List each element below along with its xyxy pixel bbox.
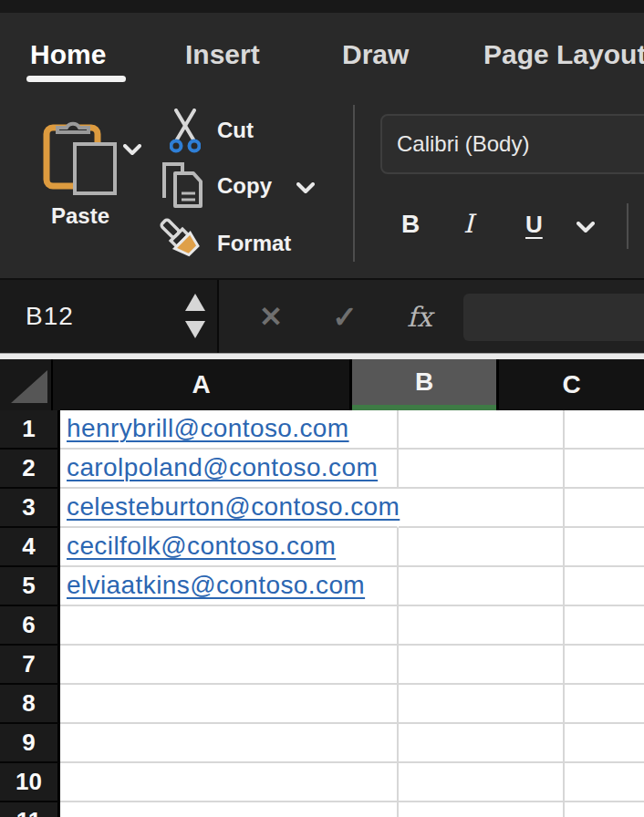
tab-page-layout[interactable]: Page Layout <box>483 36 644 73</box>
cell-b10[interactable] <box>399 763 565 802</box>
cell-a5[interactable]: elviaatkins@contoso.com <box>60 567 399 606</box>
insert-function-icon[interactable]: fx <box>392 280 447 353</box>
worksheet-grid: 1 henrybrill@contoso.com 2 carolpoland@c… <box>0 410 644 817</box>
copy-label: Copy <box>217 173 272 199</box>
column-header-row: A B C <box>0 359 644 410</box>
cell-c1[interactable] <box>565 410 644 450</box>
excel-window: Home Insert Draw Page Layout Paste <box>0 0 644 817</box>
copy-dropdown-chevron-icon[interactable] <box>296 182 315 194</box>
paste-label: Paste <box>51 203 109 229</box>
column-header-c[interactable]: C <box>499 359 644 410</box>
cell-a9[interactable] <box>60 724 399 763</box>
font-name-value: Calibri (Body) <box>397 131 529 157</box>
grid-row-8: 8 <box>0 685 644 724</box>
cell-b8[interactable] <box>399 685 565 724</box>
grid-row-2: 2 carolpoland@contoso.com <box>0 450 644 489</box>
name-box-stepper[interactable] <box>185 280 207 353</box>
grid-row-7: 7 <box>0 646 644 685</box>
enter-check-icon[interactable]: ✓ <box>319 280 370 353</box>
cell-a4[interactable]: cecilfolk@contoso.com <box>60 528 399 567</box>
cell-c4[interactable] <box>565 528 644 567</box>
cell-a6[interactable] <box>60 606 399 646</box>
email-link[interactable]: cecilfolk@contoso.com <box>60 532 336 565</box>
cell-c11[interactable] <box>565 802 644 817</box>
cell-a8[interactable] <box>60 685 399 724</box>
cell-a11[interactable] <box>60 802 399 817</box>
email-link[interactable]: henrybrill@contoso.com <box>60 414 349 448</box>
copy-button[interactable] <box>161 161 204 209</box>
row-header-6[interactable]: 6 <box>0 606 60 646</box>
scissors-icon <box>170 109 201 154</box>
underline-dropdown-chevron-icon[interactable] <box>576 222 595 233</box>
row-header-4[interactable]: 4 <box>0 528 60 567</box>
ribbon-tab-bar: Home Insert Draw Page Layout <box>0 13 644 94</box>
row-header-8[interactable]: 8 <box>0 685 60 724</box>
cut-button[interactable] <box>170 109 201 154</box>
cell-c7[interactable] <box>565 646 644 685</box>
window-titlebar <box>0 0 644 13</box>
select-all-corner[interactable] <box>0 359 51 410</box>
grid-row-11: 11 <box>0 802 644 817</box>
row-header-5[interactable]: 5 <box>0 567 60 606</box>
email-link[interactable]: carolpoland@contoso.com <box>60 453 378 487</box>
grid-row-4: 4 cecilfolk@contoso.com <box>0 528 644 567</box>
format-painter-label: Format <box>217 231 291 256</box>
row-header-11[interactable]: 11 <box>0 802 60 817</box>
cell-a1[interactable]: henrybrill@contoso.com <box>60 410 399 450</box>
paste-dropdown-chevron-icon[interactable] <box>123 144 141 156</box>
tab-insert[interactable]: Insert <box>185 36 260 73</box>
grid-row-1: 1 henrybrill@contoso.com <box>0 410 644 450</box>
formula-input[interactable] <box>463 294 644 341</box>
ribbon-group-divider <box>627 203 628 249</box>
cancel-icon[interactable]: ✕ <box>248 280 294 353</box>
row-header-3[interactable]: 3 <box>0 489 60 528</box>
grid-row-6: 6 <box>0 606 644 646</box>
cell-b9[interactable] <box>399 724 565 763</box>
cell-b7[interactable] <box>399 646 565 685</box>
cell-c3[interactable] <box>565 489 644 528</box>
grid-row-5: 5 elviaatkins@contoso.com <box>0 567 644 606</box>
cell-c10[interactable] <box>565 763 644 802</box>
cell-c2[interactable] <box>565 450 644 489</box>
row-header-2[interactable]: 2 <box>0 450 60 489</box>
column-header-b-selected[interactable]: B <box>352 359 497 410</box>
cell-b6[interactable] <box>399 606 565 646</box>
cell-a3[interactable]: celesteburton@contoso.com <box>60 489 399 528</box>
paste-icon <box>42 112 124 196</box>
format-painter-icon <box>159 218 206 264</box>
cell-c5[interactable] <box>565 567 644 606</box>
cell-b4[interactable] <box>399 528 565 567</box>
tab-home[interactable]: Home <box>30 36 106 73</box>
cell-c8[interactable] <box>565 685 644 724</box>
email-link[interactable]: elviaatkins@contoso.com <box>60 571 365 605</box>
row-header-7[interactable]: 7 <box>0 646 60 685</box>
format-painter-button[interactable] <box>159 218 206 264</box>
tab-draw[interactable]: Draw <box>342 36 409 73</box>
bold-button[interactable]: B <box>401 210 420 239</box>
cell-c9[interactable] <box>565 724 644 763</box>
cell-b1[interactable] <box>399 410 565 450</box>
column-header-a[interactable]: A <box>53 359 349 410</box>
row-header-1[interactable]: 1 <box>0 410 60 450</box>
stepper-down-icon[interactable] <box>185 321 205 338</box>
cell-a10[interactable] <box>60 763 399 802</box>
cell-b5[interactable] <box>399 567 565 606</box>
email-link[interactable]: celesteburton@contoso.com <box>60 492 400 526</box>
font-name-dropdown[interactable]: Calibri (Body) <box>380 114 644 174</box>
italic-button[interactable]: I <box>463 209 473 239</box>
cell-a2[interactable]: carolpoland@contoso.com <box>60 450 399 489</box>
grid-row-10: 10 <box>0 763 644 802</box>
cell-b2[interactable] <box>399 450 565 489</box>
cell-a7[interactable] <box>60 646 399 685</box>
select-all-triangle-icon <box>11 370 47 403</box>
cell-b11[interactable] <box>399 802 565 817</box>
ribbon: Paste Cut <box>0 94 644 278</box>
row-header-9[interactable]: 9 <box>0 724 60 763</box>
name-box-value: B12 <box>26 302 74 331</box>
cell-c6[interactable] <box>565 606 644 646</box>
underline-button[interactable]: U <box>525 211 543 239</box>
row-header-10[interactable]: 10 <box>0 763 60 802</box>
cell-b3[interactable] <box>399 489 565 528</box>
ribbon-group-divider <box>353 105 355 262</box>
stepper-up-icon[interactable] <box>185 294 205 311</box>
